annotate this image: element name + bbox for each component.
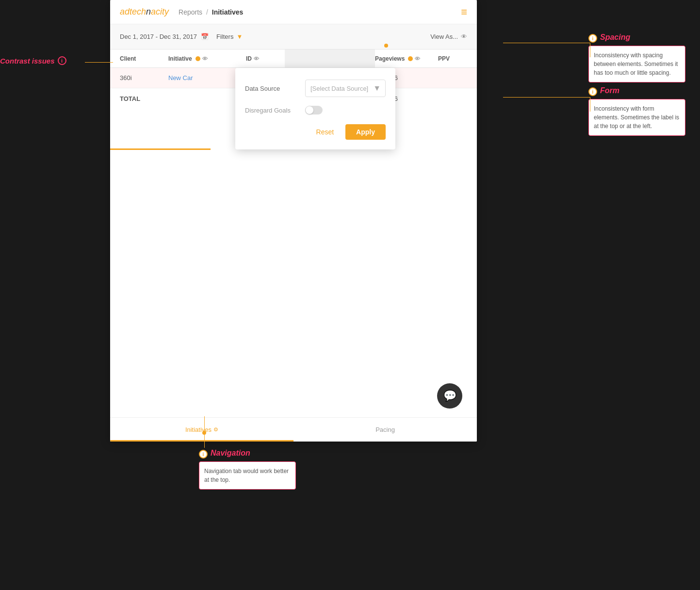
col-header-initiative: Initiative 👁: [168, 55, 246, 62]
form-dot-icon: i: [588, 87, 597, 96]
contrast-warning-icon: i: [58, 56, 66, 65]
data-source-label: Data Source: [245, 85, 298, 92]
date-range[interactable]: Dec 1, 2017 - Dec 31, 2017 📅: [120, 33, 209, 40]
nav-description: Navigation tab would work better at the …: [199, 461, 296, 490]
apply-button[interactable]: Apply: [345, 124, 386, 140]
tab-initiatives-label: Initiatives: [185, 426, 212, 433]
disregard-goals-label: Disregard Goals: [245, 107, 298, 114]
app-window: adtechnacity Reports / Initiatives ≡ Dec…: [110, 0, 477, 442]
data-source-select-wrapper: [Select Data Source] ▼: [305, 80, 386, 97]
tab-initiatives[interactable]: Initiatives ⚙: [110, 418, 293, 442]
logo-n: n: [146, 7, 151, 16]
connector-form-v: [590, 97, 590, 112]
table-header: Client Initiative 👁 ID 👁 Pageviews 👁 PPV: [110, 49, 477, 68]
id-eye-icon[interactable]: 👁: [254, 56, 259, 62]
chat-icon: 💬: [443, 390, 456, 402]
hamburger-menu-icon[interactable]: ≡: [461, 6, 467, 18]
eye-icon: 👁: [461, 33, 467, 40]
sub-header: Dec 1, 2017 - Dec 31, 2017 📅 Filters ▼ V…: [110, 24, 477, 49]
initiative-eye-icon[interactable]: 👁: [202, 56, 208, 62]
col-header-client: Client: [110, 55, 168, 62]
disregard-goals-row: Disregard Goals: [245, 106, 386, 115]
brand-logo: adtechnacity: [120, 7, 169, 17]
connector-contrast: [85, 62, 113, 63]
connector-spacing-h: [503, 43, 590, 43]
total-label: TOTAL: [110, 95, 168, 102]
tab-pacing-label: Pacing: [375, 426, 395, 433]
disregard-goals-toggle[interactable]: [305, 106, 323, 115]
view-as-button[interactable]: View As... 👁: [430, 33, 467, 40]
filters-label: Filters: [216, 33, 233, 40]
cell-initiative[interactable]: New Car: [168, 74, 246, 82]
tab-nav-dot: [202, 431, 206, 435]
spacing-description: Inconsistency with spacing between eleme…: [588, 46, 685, 82]
spacing-dot-icon: i: [588, 34, 597, 43]
nav-dot-icon: i: [199, 450, 208, 459]
logo-adtech: adtech: [120, 7, 146, 16]
data-source-row: Data Source [Select Data Source] ▼: [245, 80, 386, 97]
chat-button[interactable]: 💬: [437, 383, 462, 409]
nav-title: Navigation: [211, 449, 250, 458]
bottom-tabs: Initiatives ⚙ Pacing: [110, 417, 477, 442]
form-title: Form: [600, 86, 619, 95]
logo-nacity: acity: [151, 7, 169, 16]
filter-actions: Reset Apply: [245, 124, 386, 140]
tab-initiatives-icon: ⚙: [213, 426, 218, 433]
calendar-icon[interactable]: 📅: [201, 33, 209, 40]
filter-icon: ▼: [236, 33, 243, 40]
hidden-cols: [285, 49, 375, 67]
spacing-title: Spacing: [600, 33, 630, 42]
breadcrumb-reports[interactable]: Reports: [179, 8, 202, 16]
pageviews-eye-icon[interactable]: 👁: [415, 56, 420, 62]
col-header-id: ID 👁: [246, 55, 285, 62]
top-nav: adtechnacity Reports / Initiatives ≡: [110, 0, 477, 24]
view-as-orange-dot: [384, 44, 388, 48]
col-header-ppv: PPV: [438, 55, 477, 62]
annotation-spacing: i Spacing Inconsistency with spacing bet…: [588, 33, 685, 82]
reset-button[interactable]: Reset: [310, 124, 340, 140]
contrast-label: Contrast issues: [0, 57, 55, 65]
breadcrumb-separator: /: [206, 8, 208, 16]
data-source-select[interactable]: [Select Data Source]: [305, 80, 386, 97]
tab-pacing[interactable]: Pacing: [293, 418, 477, 442]
connector-form-h: [503, 97, 590, 98]
breadcrumb: Reports / Initiatives: [179, 8, 461, 16]
connector-spacing-v: [590, 43, 590, 57]
breadcrumb-current: Initiatives: [212, 8, 244, 16]
toggle-knob: [306, 106, 313, 114]
form-description: Inconsistency with form elements. Someti…: [588, 99, 685, 136]
pageviews-orange-dot: [408, 56, 413, 61]
filter-panel: Data Source [Select Data Source] ▼ Disre…: [235, 68, 395, 149]
annotation-contrast: Contrast issues i: [0, 56, 66, 65]
annotation-nav: i Navigation Navigation tab would work b…: [199, 449, 296, 490]
col-header-pageviews: Pageviews 👁: [375, 55, 438, 62]
initiative-orange-dot: [195, 56, 200, 61]
annotation-form: i Form Inconsistency with form elements.…: [588, 86, 685, 136]
initiatives-tab-border: [110, 148, 211, 150]
cell-client: 360i: [110, 74, 168, 82]
date-range-text: Dec 1, 2017 - Dec 31, 2017: [120, 33, 197, 40]
view-as-label: View As...: [430, 33, 458, 40]
filters-button[interactable]: Filters ▼: [216, 33, 243, 40]
